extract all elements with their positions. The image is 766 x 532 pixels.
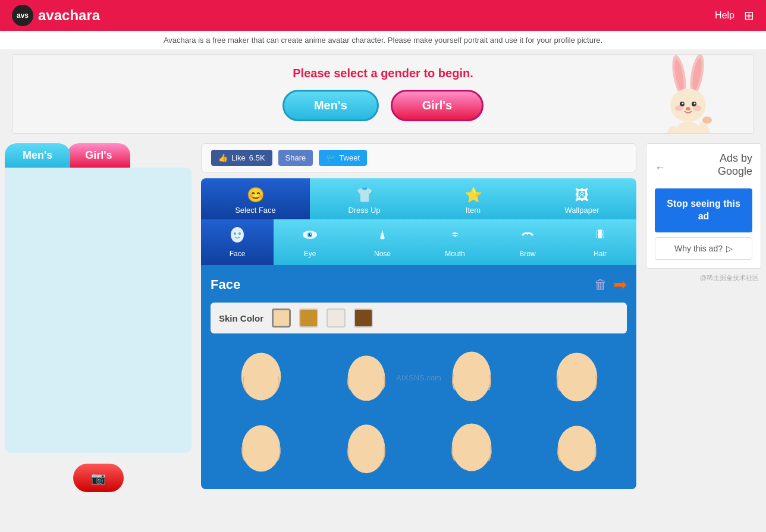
svg-point-30: [451, 423, 491, 471]
item-icon: ⭐: [423, 187, 523, 203]
mens-button[interactable]: Men's: [282, 90, 379, 121]
face-panel-actions: 🗑 ➡: [594, 275, 627, 294]
left-sidebar: Men's Girl's 📷: [0, 138, 196, 497]
tab-select-face-label: Select Face: [235, 206, 276, 215]
ad-sidebar: ← Ads by Google Stop seeing this ad Why …: [641, 138, 766, 497]
next-button[interactable]: ➡: [613, 275, 627, 294]
subtitle-text: Avachara is a free maker that can create…: [164, 36, 602, 45]
svg-point-12: [673, 121, 703, 134]
share-button[interactable]: Share: [278, 150, 313, 166]
feat-brow[interactable]: Brow: [491, 219, 564, 265]
tweet-button[interactable]: 🐦 Tweet: [319, 150, 367, 166]
eye-feat-label: Eye: [304, 250, 316, 258]
logo-abbr: avs: [17, 11, 29, 20]
svg-point-31: [557, 426, 596, 471]
ad-back-button[interactable]: ←: [655, 162, 665, 174]
bunny-mascot: [658, 54, 718, 134]
face-grid: [211, 342, 627, 480]
feat-nose[interactable]: Nose: [346, 219, 419, 265]
face-option-5[interactable]: [211, 413, 311, 480]
like-button[interactable]: 👍 Like 6.5K: [211, 150, 272, 166]
svg-point-10: [675, 105, 683, 111]
svg-point-27: [556, 352, 597, 401]
skin-color-label: Skin Color: [219, 313, 263, 323]
gender-buttons: Men's Girl's: [282, 90, 484, 121]
feat-mouth[interactable]: Mouth: [419, 219, 491, 265]
svg-point-15: [702, 117, 712, 124]
brow-feat-label: Brow: [519, 250, 535, 258]
feat-eye[interactable]: Eye: [274, 219, 346, 265]
like-label: Like: [231, 153, 246, 162]
dress-up-icon: 👕: [315, 187, 414, 203]
face-option-2[interactable]: [316, 342, 416, 408]
tab-item-label: Item: [466, 206, 481, 215]
face-option-1[interactable]: [211, 342, 311, 408]
grid-icon[interactable]: ⊞: [744, 8, 754, 23]
tab-item[interactable]: ⭐ Item: [419, 178, 528, 219]
ad-header: ← Ads by Google: [655, 152, 752, 184]
svg-point-25: [347, 355, 385, 401]
hair-feat-icon: [569, 226, 632, 247]
thumbs-up-icon: 👍: [218, 153, 228, 162]
gender-prompt-area: Please select a gender to begin. Men's G…: [282, 67, 484, 121]
svg-point-18: [238, 232, 241, 235]
skin-color-section: Skin Color: [211, 303, 627, 333]
svg-point-28: [241, 425, 280, 471]
skin-swatch-tan[interactable]: [299, 309, 318, 328]
right-content: 👍 Like 6.5K Share 🐦 Tweet 😊 Select Face …: [196, 138, 641, 497]
face-feat-label: Face: [230, 250, 246, 258]
svg-point-4: [670, 89, 706, 122]
feature-bar: Face Eye No: [201, 219, 636, 265]
camera-button[interactable]: 📷: [73, 464, 124, 492]
twitter-icon: 🐦: [326, 153, 335, 162]
face-option-7[interactable]: [421, 413, 522, 480]
tab-mens[interactable]: Men's: [5, 143, 70, 168]
hair-feat-label: Hair: [594, 250, 607, 258]
subtitle-bar: Avachara is a free maker that can create…: [0, 31, 766, 49]
ads-by-line1: Ads by: [718, 152, 752, 165]
svg-point-9: [686, 107, 690, 111]
face-panel: Face 🗑 ➡ Skin Color AIXSNS.com: [201, 265, 636, 489]
gender-tabs: Men's Girl's: [5, 143, 192, 168]
header: avs avachara Help ⊞: [0, 0, 766, 31]
like-count: 6.5K: [249, 153, 265, 162]
help-link[interactable]: Help: [715, 10, 734, 21]
feat-hair[interactable]: Hair: [564, 219, 636, 265]
face-option-3[interactable]: [421, 342, 522, 408]
svg-point-29: [347, 424, 385, 473]
why-ad-button[interactable]: Why this ad? ▷: [655, 237, 752, 260]
svg-point-22: [310, 234, 311, 235]
face-option-6[interactable]: [316, 413, 416, 480]
skin-swatch-pale[interactable]: [327, 309, 346, 328]
tab-wallpaper-label: Wallpaper: [564, 206, 599, 215]
brow-feat-icon: [496, 226, 559, 247]
feat-face[interactable]: Face: [201, 219, 274, 265]
tab-dress-up-label: Dress Up: [348, 206, 380, 215]
skin-swatch-light[interactable]: [272, 309, 291, 328]
svg-point-8: [694, 103, 696, 105]
skin-swatch-dark[interactable]: [354, 309, 373, 328]
face-option-4[interactable]: [526, 342, 627, 408]
avatar-preview: [5, 168, 192, 453]
stop-ad-button[interactable]: Stop seeing this ad: [655, 188, 752, 232]
main-tab-bar: 😊 Select Face 👕 Dress Up ⭐ Item 🖼 Wallpa…: [201, 178, 636, 219]
tab-wallpaper[interactable]: 🖼 Wallpaper: [528, 178, 636, 219]
girls-button[interactable]: Girl's: [391, 90, 484, 121]
logo-text: avachara: [38, 7, 100, 24]
gender-prompt: Please select a gender to begin.: [282, 67, 484, 80]
svg-point-24: [244, 360, 278, 399]
header-right: Help ⊞: [715, 8, 754, 23]
tab-select-face[interactable]: 😊 Select Face: [201, 178, 310, 219]
svg-point-26: [452, 351, 491, 401]
svg-point-13: [664, 124, 679, 134]
footer-watermark: @稀土掘金技术社区: [646, 273, 761, 282]
tab-dress-up[interactable]: 👕 Dress Up: [310, 178, 419, 219]
nose-feat-icon: [351, 226, 414, 247]
svg-point-17: [234, 232, 236, 235]
svg-point-7: [682, 103, 684, 105]
face-option-8[interactable]: [526, 413, 627, 480]
tab-girls[interactable]: Girl's: [67, 143, 130, 168]
mouth-feat-icon: [423, 226, 486, 247]
face-feat-icon: [206, 226, 269, 247]
trash-button[interactable]: 🗑: [594, 277, 607, 292]
